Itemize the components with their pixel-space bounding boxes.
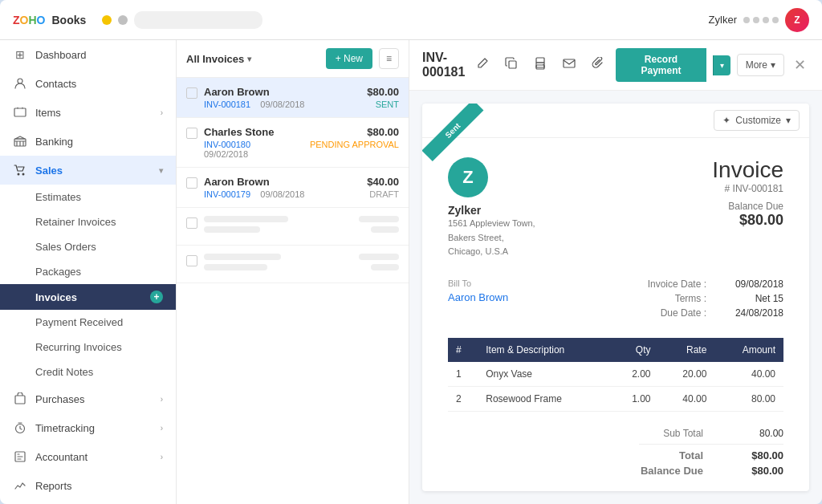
sidebar-label-accountant: Accountant: [35, 451, 87, 463]
address-line2: Bakers Street,: [448, 233, 504, 242]
email-button[interactable]: [558, 54, 580, 76]
customize-label: Customize: [735, 115, 781, 126]
total-row: Total $80.00: [639, 444, 783, 461]
invoice-placeholder-1: [177, 208, 409, 246]
sidebar-item-items[interactable]: Items ›: [0, 98, 176, 127]
total-value: $80.00: [735, 449, 783, 461]
sidebar-label-banking: Banking: [35, 136, 73, 148]
sidebar-sub-invoices[interactable]: Invoices +: [0, 284, 176, 310]
invoice-right-1: $80.00 SENT: [367, 86, 399, 109]
row2-num: 2: [448, 386, 478, 411]
attachment-button[interactable]: [587, 54, 609, 76]
invoice-item-1[interactable]: Aaron Brown INV-000181 09/08/2018 $80.00…: [177, 78, 409, 118]
svg-point-11: [543, 64, 545, 66]
company-info: Z Zylker 1561 Appleview Town, Bakers Str…: [448, 157, 535, 259]
new-invoice-label: + New: [336, 53, 363, 64]
svg-point-0: [18, 79, 22, 83]
dot4: [772, 17, 779, 23]
sidebar-sub-payment-received[interactable]: Payment Received: [0, 310, 176, 335]
sidebar-sub-sales-orders[interactable]: Sales Orders: [0, 234, 176, 259]
address-line1: 1561 Appleview Town,: [448, 218, 535, 228]
table-header-qty: Qty: [610, 338, 659, 362]
doc-dates: Invoice Date : 09/08/2018 Terms : Net 15…: [634, 278, 783, 322]
subtotal-label: Sub Total: [639, 428, 703, 439]
invoice-placeholder-2: [177, 246, 409, 283]
top-bar-right: Zylker Z: [709, 8, 809, 32]
table-header-amount: Amount: [714, 338, 783, 362]
top-dots: [743, 17, 779, 23]
invoice-item-3[interactable]: Aaron Brown INV-000179 09/08/2018 $40.00…: [177, 168, 409, 208]
svg-rect-9: [536, 58, 544, 63]
ph-line: [204, 264, 267, 270]
customize-button[interactable]: ✦ Customize ▾: [714, 110, 800, 131]
row2-desc: Rosewood Frame: [478, 386, 610, 411]
sidebar-item-contacts[interactable]: Contacts: [0, 69, 176, 98]
bill-to-section: Bill To Aaron Brown: [448, 278, 508, 322]
invoice-amount-2: $80.00: [310, 126, 399, 138]
filter-dropdown-button[interactable]: All Invoices ▾: [186, 53, 251, 65]
sidebar-sub-credit-notes[interactable]: Credit Notes: [0, 360, 176, 384]
filter-label: All Invoices: [186, 53, 244, 65]
print-button[interactable]: [529, 54, 551, 76]
top-search-bar[interactable]: [134, 11, 262, 29]
sidebar: ⊞ Dashboard Contacts Items › Ba: [0, 40, 177, 504]
sidebar-item-timetracking[interactable]: Timetracking ›: [0, 413, 176, 442]
close-button[interactable]: ✕: [791, 53, 809, 77]
doc-balance-label: Balance Due: [712, 201, 783, 212]
sidebar-item-accountant[interactable]: Accountant ›: [0, 442, 176, 471]
sidebar-sub-retainer-invoices[interactable]: Retainer Invoices: [0, 209, 176, 234]
accountant-icon: [13, 449, 27, 464]
edit-button[interactable]: [471, 54, 494, 76]
invoice-date-row: Invoice Date : 09/08/2018: [634, 278, 783, 290]
list-menu-button[interactable]: ≡: [379, 48, 399, 69]
user-avatar[interactable]: Z: [785, 8, 809, 32]
sidebar-item-reports[interactable]: Reports: [0, 471, 176, 500]
traffic-lights: [102, 11, 262, 29]
invoice-status-1: SENT: [367, 100, 399, 109]
invoice-info-3: Aaron Brown INV-000179 09/08/2018: [204, 176, 360, 199]
sidebar-item-dashboard[interactable]: ⊞ Dashboard: [0, 40, 176, 69]
duplicate-button[interactable]: [500, 54, 523, 76]
record-payment-button[interactable]: Record Payment: [616, 48, 706, 82]
more-button[interactable]: More ▾: [737, 54, 784, 76]
sidebar-label-purchases: Purchases: [35, 393, 84, 405]
purchases-arrow-icon: ›: [161, 395, 163, 404]
placeholder-lines-2: [204, 254, 344, 274]
invoice-num-2: INV-000180: [204, 140, 250, 149]
invoices-add-icon[interactable]: +: [150, 291, 163, 303]
sidebar-label-dashboard: Dashboard: [35, 49, 87, 61]
svg-point-4: [22, 173, 25, 176]
doc-title-area: Invoice # INV-000181 Balance Due $80.00: [712, 157, 783, 229]
invoice-status-3: DRAFT: [367, 189, 399, 199]
row1-qty: 2.00: [610, 362, 659, 387]
reports-icon: [13, 478, 27, 493]
sidebar-sub-packages[interactable]: Packages: [0, 259, 176, 284]
new-invoice-button[interactable]: + New: [326, 48, 372, 69]
invoice-date-1: 09/08/2018: [260, 100, 304, 109]
record-payment-dropdown[interactable]: ▾: [713, 55, 730, 75]
invoice-list: All Invoices ▾ + New ≡ Aaron Brown INV-0…: [177, 40, 409, 504]
sidebar-sub-recurring-invoices[interactable]: Recurring Invoices: [0, 335, 176, 360]
invoice-meta-3: INV-000179 09/08/2018: [204, 189, 360, 199]
invoice-checkbox-1[interactable]: [186, 87, 197, 99]
invoice-checkbox-3[interactable]: [186, 177, 197, 189]
invoice-date-value: 09/08/2018: [719, 278, 783, 290]
doc-body: Z Zylker 1561 Appleview Town, Bakers Str…: [422, 138, 809, 491]
sidebar-item-sales[interactable]: Sales ▾: [0, 156, 176, 185]
sidebar-sub-estimates[interactable]: Estimates: [0, 185, 176, 209]
ph-line: [204, 254, 281, 260]
invoice-item-2[interactable]: Charles Stone INV-000180 09/02/2018 $80.…: [177, 118, 409, 168]
filter-dropdown-arrow-icon: ▾: [247, 55, 251, 63]
row1-amount: 40.00: [714, 362, 783, 387]
traffic-light-yellow: [102, 15, 112, 25]
svg-rect-8: [509, 61, 516, 68]
invoice-info-2: Charles Stone INV-000180 09/02/2018: [204, 126, 303, 159]
sidebar-item-purchases[interactable]: Purchases ›: [0, 384, 176, 413]
due-date-label: Due Date :: [634, 307, 706, 319]
invoice-checkbox-2[interactable]: [186, 128, 197, 139]
sidebar-item-banking[interactable]: Banking: [0, 127, 176, 156]
invoice-right-3: $40.00 DRAFT: [367, 176, 399, 199]
doc-invoice-num: # INV-000181: [712, 183, 783, 194]
invoice-list-header: All Invoices ▾ + New ≡: [177, 40, 409, 78]
balance-due-value-total: $80.00: [735, 465, 783, 477]
